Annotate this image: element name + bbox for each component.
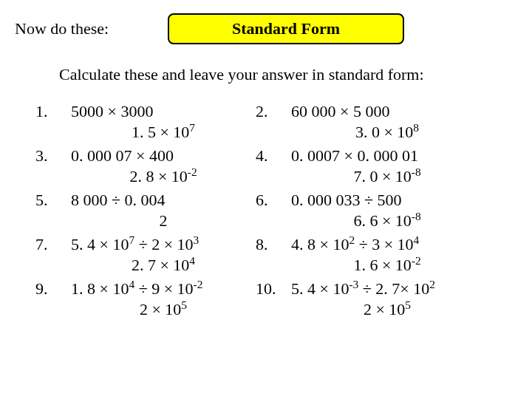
question-text: 5000 × 3000	[71, 102, 256, 121]
problem-number: 4.	[256, 146, 291, 166]
slide: Now do these: Standard Form Calculate th…	[0, 0, 532, 399]
problem-cell: 1. 8 × 104 ÷ 9 × 10-2 2 × 105	[71, 279, 256, 319]
instruction-text: Calculate these and leave your answer in…	[59, 65, 517, 84]
problem-number: 8.	[256, 235, 291, 254]
problem-number: 6.	[256, 191, 291, 210]
answer-text: 2	[71, 211, 256, 231]
problem-cell: 5. 4 × 107 ÷ 2 × 103 2. 7 × 104	[71, 235, 256, 275]
problem-cell: 4. 8 × 102 ÷ 3 × 104 1. 6 × 10-2	[291, 235, 483, 275]
problem-row: 3. 0. 000 07 × 400 2. 8 × 10-2 4. 0. 000…	[35, 146, 517, 186]
question-text: 5. 4 × 107 ÷ 2 × 103	[71, 235, 256, 254]
problem-number: 2.	[256, 102, 291, 121]
problem-row: 1. 5000 × 3000 1. 5 × 107 2. 60 000 × 5 …	[35, 102, 517, 142]
question-text: 0. 000 033 ÷ 500	[291, 191, 483, 210]
problem-number: 10.	[256, 279, 291, 299]
header-row: Now do these: Standard Form	[15, 13, 517, 44]
answer-text: 2 × 105	[291, 300, 483, 319]
problem-number: 5.	[35, 191, 71, 210]
problem-cell: 0. 0007 × 0. 000 01 7. 0 × 10-8	[291, 146, 483, 186]
question-text: 0. 000 07 × 400	[71, 146, 256, 166]
answer-text: 7. 0 × 10-8	[291, 167, 483, 186]
title-box: Standard Form	[168, 13, 404, 44]
problem-cell: 5000 × 3000 1. 5 × 107	[71, 102, 256, 142]
problem-number: 1.	[35, 102, 71, 121]
answer-text: 2. 7 × 104	[71, 256, 256, 275]
problem-cell: 60 000 × 5 000 3. 0 × 108	[291, 102, 483, 142]
answer-text: 2 × 105	[71, 300, 256, 319]
problem-row: 5. 8 000 ÷ 0. 004 2 6. 0. 000 033 ÷ 500 …	[35, 191, 517, 231]
problem-cell: 8 000 ÷ 0. 004 2	[71, 191, 256, 231]
problem-row: 9. 1. 8 × 104 ÷ 9 × 10-2 2 × 105 10. 5. …	[35, 279, 517, 319]
question-text: 5. 4 × 10-3 ÷ 2. 7× 102	[291, 279, 483, 299]
answer-text: 2. 8 × 10-2	[71, 167, 256, 186]
problem-cell: 0. 000 033 ÷ 500 6. 6 × 10-8	[291, 191, 483, 231]
answer-text: 1. 5 × 107	[71, 123, 256, 142]
problem-number: 7.	[35, 235, 71, 254]
problem-row: 7. 5. 4 × 107 ÷ 2 × 103 2. 7 × 104 8. 4.…	[35, 235, 517, 275]
problem-number: 9.	[35, 279, 71, 299]
answer-text: 6. 6 × 10-8	[291, 211, 483, 231]
problem-number: 3.	[35, 146, 71, 166]
answer-text: 3. 0 × 108	[291, 123, 483, 142]
now-do-these: Now do these:	[15, 19, 109, 38]
question-text: 4. 8 × 102 ÷ 3 × 104	[291, 235, 483, 254]
answer-text: 1. 6 × 10-2	[291, 256, 483, 275]
problems-grid: 1. 5000 × 3000 1. 5 × 107 2. 60 000 × 5 …	[35, 102, 517, 319]
question-text: 1. 8 × 104 ÷ 9 × 10-2	[71, 279, 256, 299]
question-text: 60 000 × 5 000	[291, 102, 483, 121]
problem-cell: 5. 4 × 10-3 ÷ 2. 7× 102 2 × 105	[291, 279, 483, 319]
problem-cell: 0. 000 07 × 400 2. 8 × 10-2	[71, 146, 256, 186]
question-text: 8 000 ÷ 0. 004	[71, 191, 256, 210]
question-text: 0. 0007 × 0. 000 01	[291, 146, 483, 166]
